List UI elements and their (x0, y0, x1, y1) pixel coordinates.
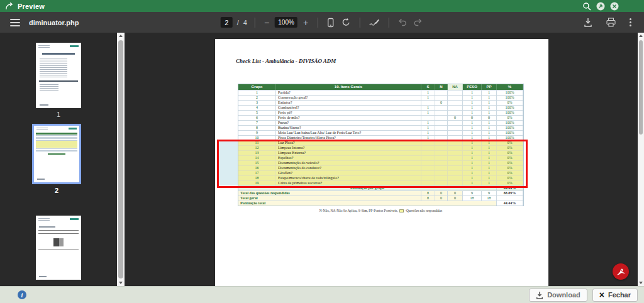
thumbnail-sketch (40, 58, 67, 78)
cell-peso: 1 (463, 90, 482, 95)
cell-pp: 1 (482, 90, 497, 95)
cell-peso: 1 (463, 110, 482, 115)
close-button-icon: × (599, 292, 604, 299)
more-options-icon[interactable] (628, 17, 633, 28)
page-number-input[interactable] (221, 17, 233, 28)
scroll-down-arrow[interactable] (639, 282, 643, 284)
rotate-icon[interactable] (340, 18, 352, 27)
toolbar-divider (359, 18, 360, 28)
cell-na (448, 100, 463, 105)
scrollbar-thumb[interactable] (639, 40, 643, 135)
cell-pct: 100% (497, 105, 523, 110)
acrobat-pdf-icon[interactable] (613, 263, 629, 280)
cell-n: 0 (435, 100, 448, 105)
answered-na: 0 (448, 190, 463, 196)
cell-na (448, 125, 463, 130)
cell-s (421, 100, 435, 105)
search-icon[interactable] (582, 2, 591, 11)
cell-item: Freio de mão? (276, 115, 421, 120)
app-title: Preview (18, 3, 45, 10)
table-row: 1Partida?111100% (238, 90, 523, 95)
close-button-label: Fechar (608, 291, 631, 299)
cell-peso: 1 (463, 125, 482, 130)
page-thumbnail-1[interactable] (36, 43, 81, 108)
cell-grupo: 8 (238, 125, 276, 130)
info-icon[interactable]: i (18, 290, 26, 299)
open-external-icon[interactable] (596, 2, 605, 11)
thumbnail-panel: 1 2 (0, 33, 117, 286)
cell-s: 1 (421, 125, 435, 130)
scroll-up-arrow[interactable] (639, 35, 643, 37)
zoom-level[interactable]: 100% (275, 17, 297, 28)
redo-icon[interactable] (412, 18, 423, 26)
thumbnail-sketch (39, 226, 55, 228)
close-icon[interactable] (610, 2, 619, 11)
table-row: 2Conservação geral?111100% (238, 95, 523, 100)
thumbnails-scrollbar[interactable] (117, 33, 125, 286)
cell-na: 0 (448, 115, 463, 120)
cell-n (435, 120, 448, 125)
cell-grupo: 1 (238, 90, 276, 95)
scroll-up-arrow[interactable] (119, 35, 123, 37)
download-button-label: Download (547, 291, 580, 299)
cell-item: Conservação geral? (276, 95, 421, 100)
page-thumbnail-3[interactable] (36, 216, 81, 280)
thumbnail-sketch (38, 218, 50, 222)
main-scrollbar[interactable] (638, 33, 644, 286)
cell-pp: 1 (482, 110, 497, 115)
close-button[interactable]: × Fechar (592, 289, 638, 302)
print-icon[interactable] (605, 18, 617, 27)
scroll-down-arrow[interactable] (119, 282, 123, 284)
zoom-out-button[interactable]: − (263, 18, 270, 28)
download-icon[interactable] (582, 18, 594, 27)
page-thumbnail-2-selected[interactable] (32, 124, 81, 184)
table-header-row: Grupo10. Itens GeraisSNNAPESOPP% (238, 84, 523, 90)
answered-peso: 9 (463, 190, 482, 196)
cell-peso: 1 (463, 100, 482, 105)
column-header: S (421, 84, 435, 90)
thumbnail-highlight (36, 141, 77, 148)
thumbnail-logo (70, 45, 79, 47)
thumbnail-sketch (36, 135, 77, 141)
thumbnail-sketch (36, 128, 48, 130)
cell-peso: 1 (463, 130, 482, 135)
undo-icon[interactable] (396, 18, 408, 26)
cell-n (435, 90, 448, 95)
cell-n (435, 115, 448, 120)
thumbnail-sketch (38, 230, 79, 231)
scrollbar-thumb[interactable] (118, 40, 123, 278)
draw-signature-icon[interactable] (367, 18, 380, 27)
toolbar-center-controls: / 4 − 100% + (221, 17, 424, 28)
thumbnail-sketch (39, 276, 47, 277)
cell-item: Buzina/Sirene? (276, 125, 421, 130)
thumbnail-sketch (37, 179, 45, 180)
thumbnail-logo (69, 128, 77, 129)
cell-grupo: 3 (238, 100, 276, 105)
download-button[interactable]: Download (529, 289, 587, 302)
column-header: Grupo (238, 84, 276, 90)
download-button-icon (536, 291, 543, 299)
zoom-in-button[interactable]: + (302, 18, 309, 28)
sidebar-toggle-icon[interactable] (10, 19, 20, 26)
cell-grupo: 5 (238, 110, 276, 115)
answered-s: 8 (421, 190, 435, 196)
cell-n (435, 110, 448, 115)
column-header: N (435, 84, 448, 90)
page-total: 4 (243, 19, 247, 26)
cell-pp: 1 (482, 100, 497, 105)
cell-pct: 100% (497, 90, 523, 95)
cell-n (435, 130, 448, 135)
cell-pct: 100% (497, 110, 523, 115)
legend-text-before: N-Não, NA-Não Se Aplica, S-Sim, PP-Ponto… (319, 209, 398, 212)
fit-page-icon[interactable] (325, 18, 335, 28)
thumbnail-image (53, 238, 64, 246)
column-header: PESO (463, 84, 482, 90)
cell-pp: 1 (482, 125, 497, 130)
thumbnail-sketch (40, 104, 48, 106)
answered-total-row: Total das questões respondidas 8 0 0 9 9… (238, 190, 523, 196)
table-row: 5Freio pé?111100% (238, 110, 523, 115)
table-row: 6Freio de mão?0000% (238, 115, 523, 120)
thumbnail-sketch (42, 53, 75, 55)
cell-pct: 0% (497, 115, 523, 120)
cell-peso: 0 (463, 115, 482, 120)
